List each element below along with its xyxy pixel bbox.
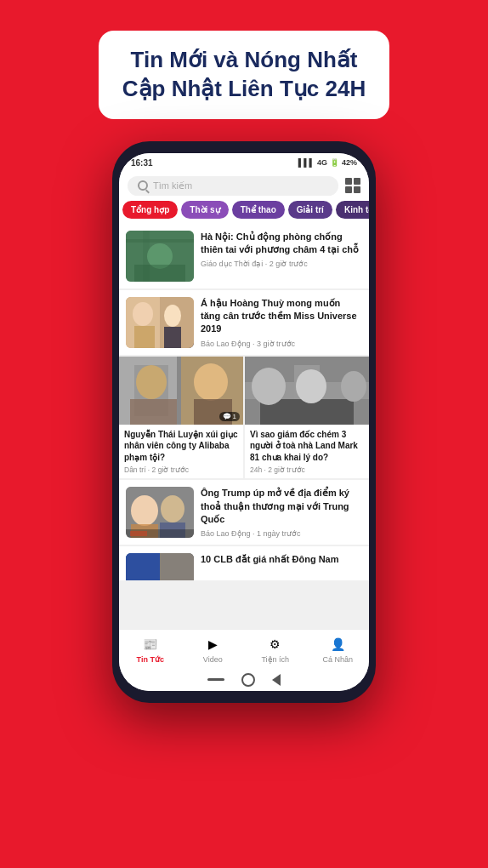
- system-bar: [119, 669, 369, 691]
- news-grid-meta-right: 24h · 2 giờ trước: [250, 465, 364, 474]
- news-content-1: Hà Nội: Chủ động phòng chống thiên tai v…: [201, 231, 362, 282]
- nav-icon-tien-ich: ⚙: [266, 635, 285, 654]
- news-grid-title-right: Vì sao giám đốc chém 3 người ở toà nhà L…: [250, 429, 364, 464]
- tab-giai-tri[interactable]: Giải trí: [288, 201, 332, 219]
- news-grid-content-right: Vì sao giám đốc chém 3 người ở toà nhà L…: [245, 425, 369, 479]
- hero-title-line1: Tin Mới và Nóng Nhất: [122, 46, 366, 75]
- nav-item-ca-nhan[interactable]: 👤 Cá Nhân: [307, 630, 370, 669]
- news-meta-1: Giáo dục Thời đại · 2 giờ trước: [201, 260, 362, 268]
- news-thumbnail-4: [126, 487, 194, 538]
- svg-point-25: [296, 369, 326, 403]
- svg-point-14: [136, 365, 167, 399]
- hero-section: Tin Mới và Nóng Nhất Cập Nhật Liên Tục 2…: [0, 0, 488, 133]
- phone-screen: 16:31 ▌▌▌ 4G 🔋 42% Tìm kiếm Tổng hợp Thờ…: [119, 153, 369, 691]
- news-title-4: Ông Trump úp mở về địa điểm ký thoả thuậ…: [201, 487, 362, 526]
- comment-badge-left: 💬 1: [219, 412, 240, 421]
- news-grid-title-left: Nguyễn Thái Luyện xúi giục nhân viên côn…: [124, 429, 238, 464]
- news-grid-content-left: Nguyễn Thái Luyện xúi giục nhân viên côn…: [119, 425, 243, 479]
- svg-rect-4: [134, 265, 185, 282]
- news-thumbnail-1: [126, 231, 194, 282]
- grid-thumb-image-right: [245, 357, 369, 425]
- hero-title-box: Tin Mới và Nóng Nhất Cập Nhật Liên Tục 2…: [99, 31, 389, 119]
- svg-point-17: [194, 363, 228, 401]
- sys-btn-home[interactable]: [241, 673, 255, 687]
- svg-point-26: [341, 371, 366, 402]
- news-item-5[interactable]: 10 CLB đắt giá nhất Đông Nam: [119, 546, 369, 580]
- news-title-5: 10 CLB đắt giá nhất Đông Nam: [201, 553, 362, 566]
- news-title-1: Hà Nội: Chủ động phòng chống thiên tai v…: [201, 231, 362, 257]
- thumb-image-4: [126, 487, 194, 538]
- status-bar: 16:31 ▌▌▌ 4G 🔋 42%: [119, 153, 369, 171]
- category-tabs: Tổng hợp Thời sự Thể thao Giải trí Kinh …: [119, 201, 369, 224]
- phone-mockup: 16:31 ▌▌▌ 4G 🔋 42% Tìm kiếm Tổng hợp Thờ…: [112, 141, 376, 703]
- news-content-2: Á hậu Hoàng Thuỳ mong muốn tăng cân trướ…: [201, 297, 362, 348]
- thumb-image-2: [126, 297, 194, 348]
- search-icon: [138, 180, 148, 191]
- svg-point-9: [164, 305, 181, 327]
- news-content-4: Ông Trump úp mở về địa điểm ký thoả thuậ…: [201, 487, 362, 538]
- svg-point-30: [161, 495, 184, 523]
- thumb-image-1: [126, 231, 194, 282]
- news-grid-row-1: 💬 1 Nguyễn Thái Luyện xúi giục nhân viên…: [119, 357, 369, 479]
- news-grid-thumb-left: 💬 1: [119, 357, 243, 425]
- battery-icon: 🔋: [330, 158, 339, 167]
- news-title-2: Á hậu Hoàng Thuỳ mong muốn tăng cân trướ…: [201, 297, 362, 336]
- news-grid-item-right[interactable]: Vì sao giám đốc chém 3 người ở toà nhà L…: [245, 357, 369, 479]
- battery-percent: 42%: [342, 158, 357, 167]
- tab-kinh-te[interactable]: Kinh tế: [336, 201, 369, 219]
- tab-tong-hop[interactable]: Tổng hợp: [122, 201, 178, 219]
- search-input-wrapper[interactable]: Tìm kiếm: [128, 176, 338, 196]
- bottom-navigation: 📰 Tin Tức ▶ Video ⚙ Tiện ích 👤 Cá Nhân: [119, 629, 369, 669]
- news-meta-4: Báo Lao Động · 1 ngày trước: [201, 529, 362, 538]
- news-grid-meta-left: Dân trí · 2 giờ trước: [124, 465, 238, 474]
- sys-btn-back[interactable]: [272, 674, 281, 686]
- nav-item-video[interactable]: ▶ Video: [182, 630, 245, 669]
- nav-icon-video: ▶: [203, 635, 222, 654]
- news-item-1[interactable]: Hà Nội: Chủ động phòng chống thiên tai v…: [119, 224, 369, 288]
- search-placeholder: Tìm kiếm: [153, 180, 192, 191]
- thumb-image-5: [126, 553, 194, 580]
- network-icon: 4G: [317, 158, 327, 167]
- news-grid-thumb-right: [245, 357, 369, 425]
- news-content-5: 10 CLB đắt giá nhất Đông Nam: [201, 553, 362, 574]
- news-thumbnail-5: [126, 553, 194, 580]
- nav-item-tien-ich[interactable]: ⚙ Tiện ích: [244, 630, 307, 669]
- search-bar: Tìm kiếm: [119, 171, 369, 201]
- svg-rect-10: [164, 327, 181, 348]
- news-grid-item-left[interactable]: 💬 1 Nguyễn Thái Luyện xúi giục nhân viên…: [119, 357, 243, 479]
- news-feed: Hà Nội: Chủ động phòng chống thiên tai v…: [119, 224, 369, 629]
- signal-icon: ▌▌▌: [298, 158, 315, 167]
- tab-the-thao[interactable]: Thể thao: [232, 201, 285, 219]
- comment-icon: 💬: [223, 413, 231, 420]
- svg-rect-36: [160, 553, 194, 580]
- svg-rect-8: [134, 326, 155, 348]
- news-item-2[interactable]: Á hậu Hoàng Thuỳ mong muốn tăng cân trướ…: [119, 290, 369, 355]
- nav-label-video: Video: [203, 655, 223, 664]
- svg-rect-33: [130, 531, 147, 536]
- news-thumbnail-2: [126, 297, 194, 348]
- news-item-4[interactable]: Ông Trump úp mở về địa điểm ký thoả thuậ…: [119, 480, 369, 545]
- status-icons: ▌▌▌ 4G 🔋 42%: [298, 158, 357, 167]
- nav-label-tin-tuc: Tin Tức: [137, 655, 164, 664]
- status-time: 16:31: [131, 158, 153, 168]
- hero-title-line2: Cập Nhật Liên Tục 24H: [122, 75, 366, 104]
- svg-rect-15: [130, 399, 177, 425]
- nav-item-tin-tuc[interactable]: 📰 Tin Tức: [119, 630, 182, 669]
- nav-label-ca-nhan: Cá Nhân: [322, 655, 353, 664]
- svg-rect-1: [126, 239, 194, 243]
- tab-thoi-su[interactable]: Thời sự: [181, 201, 228, 219]
- grid-view-icon[interactable]: [345, 178, 360, 193]
- svg-point-28: [131, 495, 158, 526]
- nav-icon-tin-tuc: 📰: [141, 635, 160, 654]
- nav-icon-ca-nhan: 👤: [328, 635, 347, 654]
- sys-btn-menu[interactable]: [207, 678, 224, 681]
- nav-label-tien-ich: Tiện ích: [261, 655, 289, 664]
- svg-rect-35: [126, 553, 160, 580]
- news-meta-2: Báo Lao Động · 3 giờ trước: [201, 340, 362, 348]
- svg-point-24: [252, 368, 286, 405]
- comment-count-left: 1: [233, 413, 236, 420]
- svg-point-7: [133, 302, 153, 326]
